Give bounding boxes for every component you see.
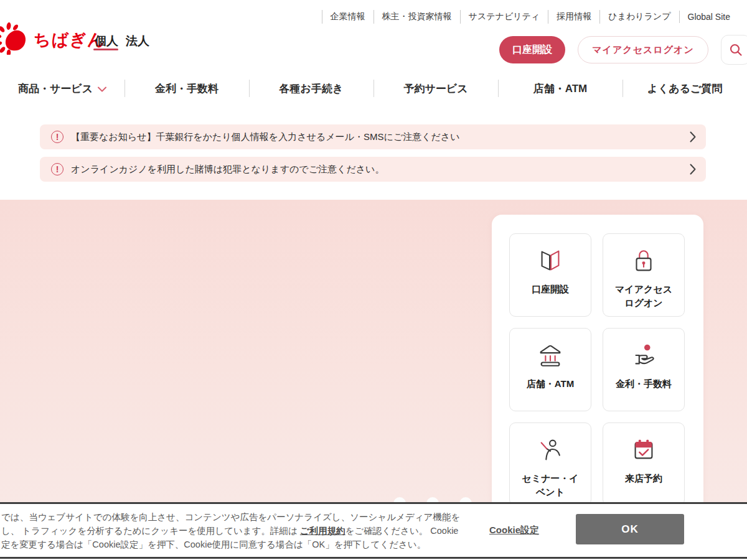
nav-item-faq[interactable]: よくあるご質問 [622, 73, 747, 103]
nav-label: 店舗・ATM [533, 82, 588, 96]
alert-circle-icon: ! [51, 131, 63, 143]
utility-nav: 企業情報 株主・投資家情報 サステナビリティ 採用情報 ひまわりランプ Glob… [322, 10, 738, 24]
nav-label: 商品・サービス [18, 82, 93, 96]
notice-banner-phishing[interactable]: ! 【重要なお知らせ】千葉銀行をかたり個人情報を入力させるメール・SMSにご注意… [40, 124, 706, 149]
utility-link-corporate-info[interactable]: 企業情報 [322, 10, 374, 24]
tile-label: マイアクセスログオン [613, 282, 675, 310]
search-button[interactable] [721, 35, 747, 65]
nav-label: 各種お手続き [280, 82, 344, 96]
quick-links-card: 口座開設 マイアクセスログオン [492, 215, 703, 526]
cookie-text-line2-post: をご確認ください。 Cookie [345, 526, 459, 536]
bank-building-icon [536, 341, 565, 370]
main-nav: 商品・サービス 金利・手数料 各種お手続き 予約サービス 店舗・ATM よくある… [0, 73, 747, 103]
tab-personal[interactable]: 個人 [95, 33, 118, 49]
notice-list: ! 【重要なお知らせ】千葉銀行をかたり個人情報を入力させるメール・SMSにご注意… [40, 124, 706, 189]
seminar-presenter-icon [536, 436, 565, 464]
notice-text: 【重要なお知らせ】千葉銀行をかたり個人情報を入力させるメール・SMSにご注意くだ… [71, 131, 460, 143]
cookie-text-line1: では、当ウェブサイトでの体験を向上させ、コンテンツや広告をパーソナライズし、ソー… [1, 510, 460, 524]
active-tab-underline [93, 49, 118, 50]
nav-item-branches-atm[interactable]: 店舗・ATM [498, 73, 622, 103]
tile-label: セミナー・イベント [519, 472, 581, 499]
chevron-right-icon [690, 131, 696, 142]
quick-link-my-access-logon[interactable]: マイアクセスログオン [603, 233, 685, 317]
cookie-text-line2: し、 トラフィックを分析するためにクッキーを使用しています。詳細は ご利用規約を… [1, 524, 460, 538]
notice-banner-online-casino[interactable]: ! オンラインカジノを利用した賭博は犯罪となりますのでご注意ください。 [40, 157, 706, 182]
cookie-settings-link[interactable]: Cookie設定 [489, 525, 539, 536]
nav-item-products-services[interactable]: 商品・サービス [0, 73, 125, 103]
cookie-consent-bar: では、当ウェブサイトでの体験を向上させ、コンテンツや広告をパーソナライズし、ソー… [0, 502, 747, 559]
cookie-ok-button[interactable]: OK [576, 514, 684, 544]
quick-link-visit-reservation[interactable]: 来店予約 [603, 422, 685, 506]
notice-text: オンラインカジノを利用した賭博は犯罪となりますのでご注意ください。 [71, 164, 384, 175]
nav-label: 予約サービス [403, 82, 467, 96]
nav-label: 金利・手数料 [155, 82, 218, 96]
alert-circle-icon: ! [51, 163, 63, 175]
calendar-check-icon [629, 436, 658, 464]
quick-links-grid: 口座開設 マイアクセスログオン [492, 215, 703, 525]
cookie-text-line2-pre: し、 トラフィックを分析するためにクッキーを使用しています。詳細は [1, 526, 300, 536]
tile-label: 口座開設 [532, 282, 569, 296]
search-icon [729, 43, 743, 57]
utility-link-global-site[interactable]: Global Site [679, 11, 738, 23]
nav-item-procedures[interactable]: 各種お手続き [249, 73, 374, 103]
terms-of-use-link[interactable]: ご利用規約 [300, 526, 345, 536]
chibagin-homepage: 企業情報 株主・投資家情報 サステナビリティ 採用情報 ひまわりランプ Glob… [0, 0, 747, 560]
himawari-flower-icon[interactable] [0, 22, 29, 55]
cookie-consent-text: では、当ウェブサイトでの体験を向上させ、コンテンツや広告をパーソナライズし、ソー… [1, 510, 460, 551]
tile-label: 来店予約 [625, 472, 662, 485]
hand-coin-icon [629, 341, 658, 370]
passbook-icon [536, 246, 565, 275]
quick-link-seminar-events[interactable]: セミナー・イベント [509, 422, 591, 506]
utility-link-sustainability[interactable]: サステナビリティ [460, 10, 548, 24]
nav-item-reservation-services[interactable]: 予約サービス [374, 73, 498, 103]
tab-corporate[interactable]: 法人 [126, 33, 149, 49]
nav-label: よくあるご質問 [647, 82, 723, 96]
utility-link-himawari-lamp[interactable]: ひまわりランプ [599, 10, 679, 24]
cookie-text-line3: 定を変更する場合は「Cookie設定」を押下、Cookie使用に同意する場合は「… [1, 538, 460, 551]
nav-item-rates-fees[interactable]: 金利・手数料 [125, 73, 249, 103]
quick-link-open-account[interactable]: 口座開設 [509, 233, 591, 317]
hero-carousel: 口座開設 マイアクセスログオン [0, 200, 747, 502]
chevron-down-icon [98, 86, 106, 92]
lock-icon [629, 246, 658, 275]
utility-link-investor-relations[interactable]: 株主・投資家情報 [374, 10, 460, 24]
open-account-button[interactable]: 口座開設 [499, 36, 565, 63]
tile-label: 金利・手数料 [616, 377, 672, 391]
chevron-right-icon [690, 164, 696, 175]
utility-link-recruit[interactable]: 採用情報 [548, 10, 599, 24]
quick-link-rates-fees[interactable]: 金利・手数料 [603, 328, 685, 411]
tile-label: 店舗・ATM [527, 377, 574, 391]
my-access-logon-button[interactable]: マイアクセスログオン [578, 36, 708, 63]
quick-link-branches-atm[interactable]: 店舗・ATM [509, 328, 591, 411]
